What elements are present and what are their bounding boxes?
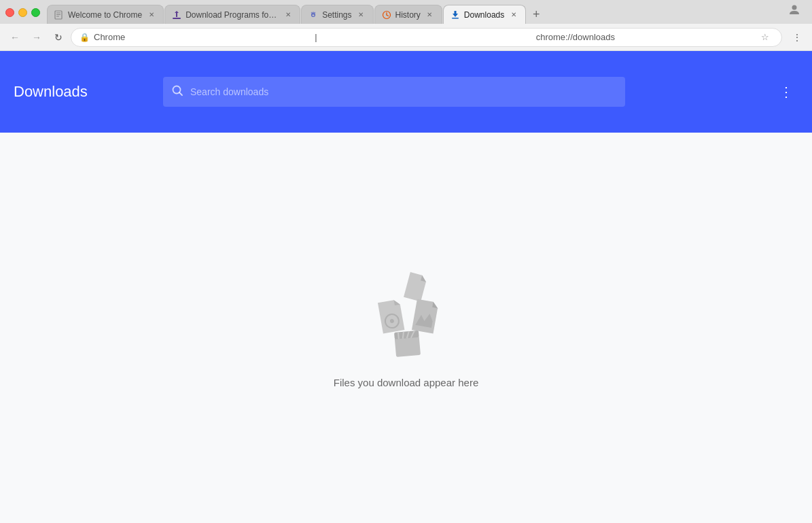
tab-history[interactable]: History ✕: [374, 5, 442, 24]
traffic-lights: [5, 8, 47, 24]
new-tab-button[interactable]: +: [527, 5, 546, 24]
minimize-button[interactable]: [18, 8, 27, 17]
search-icon: [171, 84, 183, 99]
tab-close-welcome[interactable]: ✕: [146, 10, 156, 20]
address-bar[interactable]: 🔒 Chrome | chrome://downloads ☆: [71, 28, 782, 47]
browser-actions: ⋮: [788, 28, 807, 47]
tab-label-history: History: [395, 10, 421, 20]
svg-line-8: [387, 15, 389, 16]
tab-settings[interactable]: Settings ✕: [301, 5, 373, 24]
bookmark-button[interactable]: ☆: [757, 29, 773, 46]
tab-favicon-downloads: [451, 10, 460, 20]
tab-downloads[interactable]: Downloads ✕: [443, 5, 526, 24]
close-button[interactable]: [5, 8, 14, 17]
svg-line-18: [398, 332, 399, 339]
main-content: Files you download appear here: [0, 133, 812, 523]
tab-favicon-welcome: [54, 10, 64, 20]
maximize-button[interactable]: [31, 8, 40, 17]
empty-state: Files you download appear here: [334, 268, 478, 388]
search-input[interactable]: [190, 86, 617, 97]
tab-favicon-history: [382, 10, 391, 20]
more-options-button[interactable]: ⋮: [788, 28, 807, 47]
tab-label-settings: Settings: [322, 10, 351, 20]
downloads-page-header: Downloads ⋮: [0, 51, 812, 133]
address-actions: ☆: [757, 29, 773, 46]
tab-favicon-settings: [308, 10, 318, 20]
back-button[interactable]: ←: [5, 28, 24, 47]
tab-welcome[interactable]: Welcome to Chrome ✕: [47, 5, 164, 24]
page-title: Downloads: [14, 83, 149, 101]
lock-icon: 🔒: [80, 33, 90, 42]
svg-rect-4: [173, 18, 181, 19]
svg-point-10: [792, 5, 797, 10]
svg-rect-9: [452, 18, 459, 19]
empty-state-illustration: [361, 268, 450, 363]
search-bar[interactable]: [163, 77, 625, 107]
tab-close-downloads[interactable]: ✕: [508, 10, 518, 20]
tab-label-downloads: Downloads: [464, 10, 504, 20]
forward-button[interactable]: →: [27, 28, 46, 47]
tab-close-download-programs[interactable]: ✕: [283, 10, 293, 20]
address-url: chrome://downloads: [536, 32, 753, 42]
more-menu-button[interactable]: ⋮: [774, 78, 798, 105]
tab-label-welcome: Welcome to Chrome: [68, 10, 142, 20]
svg-rect-16: [395, 335, 421, 356]
address-separator: |: [315, 32, 531, 42]
window-chrome: Welcome to Chrome ✕ Download Programs fo…: [0, 0, 812, 24]
profile-icon[interactable]: [782, 1, 807, 18]
tab-close-history[interactable]: ✕: [425, 10, 435, 20]
address-protocol: Chrome: [94, 32, 311, 42]
window-controls: [782, 1, 812, 24]
refresh-button[interactable]: ↻: [49, 28, 68, 47]
tab-label-download-programs: Download Programs for Ma…: [186, 10, 279, 20]
tab-close-settings[interactable]: ✕: [356, 10, 366, 20]
svg-line-12: [179, 92, 182, 95]
empty-state-message: Files you download appear here: [334, 377, 478, 388]
tabs-row: Welcome to Chrome ✕ Download Programs fo…: [47, 0, 812, 24]
downloads-header: Downloads ⋮: [0, 51, 812, 133]
tab-favicon-download-programs: [172, 10, 181, 20]
address-bar-row: ← → ↻ 🔒 Chrome | chrome://downloads ☆ ⋮: [0, 24, 812, 51]
tab-download-programs[interactable]: Download Programs for Ma… ✕: [164, 5, 300, 24]
